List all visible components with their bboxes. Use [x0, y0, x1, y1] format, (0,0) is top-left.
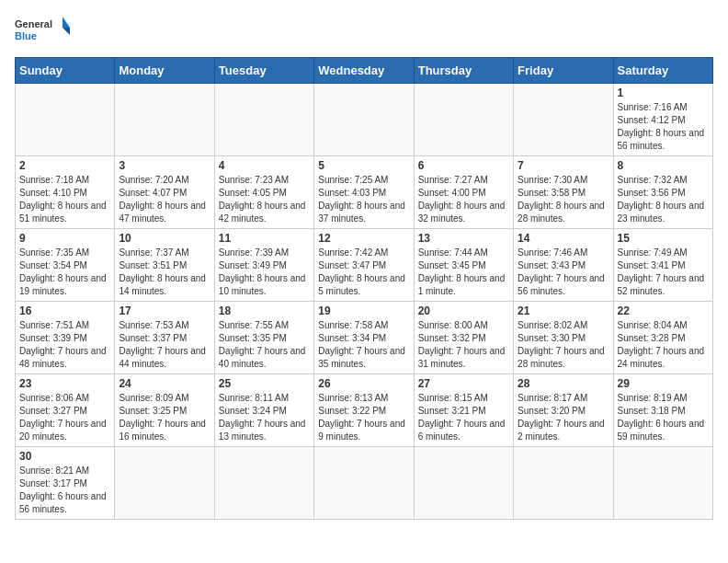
- day-info: Sunrise: 8:11 AM Sunset: 3:24 PM Dayligh…: [219, 392, 310, 443]
- svg-marker-2: [63, 17, 70, 28]
- calendar-cell: 21Sunrise: 8:02 AM Sunset: 3:30 PM Dayli…: [514, 302, 613, 374]
- day-info: Sunrise: 7:42 AM Sunset: 3:47 PM Dayligh…: [318, 247, 409, 298]
- day-info: Sunrise: 7:49 AM Sunset: 3:41 PM Dayligh…: [618, 247, 709, 298]
- day-info: Sunrise: 7:55 AM Sunset: 3:35 PM Dayligh…: [219, 319, 310, 371]
- calendar-cell: [414, 447, 513, 520]
- day-number: 3: [119, 159, 210, 172]
- weekday-header-row: SundayMondayTuesdayWednesdayThursdayFrid…: [16, 58, 713, 84]
- day-number: 1: [618, 86, 709, 99]
- day-number: 20: [418, 304, 509, 317]
- day-info: Sunrise: 7:32 AM Sunset: 3:56 PM Dayligh…: [618, 174, 709, 225]
- day-info: Sunrise: 8:00 AM Sunset: 3:32 PM Dayligh…: [418, 319, 509, 371]
- day-info: Sunrise: 7:51 AM Sunset: 3:39 PM Dayligh…: [19, 319, 110, 371]
- calendar-week-0: 1Sunrise: 7:16 AM Sunset: 4:12 PM Daylig…: [16, 84, 713, 156]
- day-info: Sunrise: 8:15 AM Sunset: 3:21 PM Dayligh…: [418, 392, 509, 443]
- logo-svg: General Blue: [15, 15, 70, 48]
- day-info: Sunrise: 7:27 AM Sunset: 4:00 PM Dayligh…: [418, 174, 509, 225]
- calendar-cell: [314, 84, 414, 156]
- day-number: 25: [219, 377, 310, 390]
- day-number: 16: [19, 304, 110, 317]
- day-info: Sunrise: 7:20 AM Sunset: 4:07 PM Dayligh…: [119, 174, 210, 225]
- day-number: 27: [418, 377, 509, 390]
- day-info: Sunrise: 8:02 AM Sunset: 3:30 PM Dayligh…: [518, 319, 609, 371]
- svg-text:General: General: [15, 18, 52, 29]
- day-number: 2: [19, 159, 110, 172]
- weekday-header-tuesday: Tuesday: [214, 58, 313, 84]
- calendar-cell: 10Sunrise: 7:37 AM Sunset: 3:51 PM Dayli…: [115, 229, 214, 302]
- day-info: Sunrise: 7:58 AM Sunset: 3:34 PM Dayligh…: [318, 319, 409, 371]
- calendar-cell: 13Sunrise: 7:44 AM Sunset: 3:45 PM Dayli…: [414, 229, 513, 302]
- calendar-cell: 20Sunrise: 8:00 AM Sunset: 3:32 PM Dayli…: [414, 302, 513, 374]
- day-number: 23: [19, 377, 110, 390]
- calendar-week-1: 2Sunrise: 7:18 AM Sunset: 4:10 PM Daylig…: [16, 156, 713, 229]
- calendar-cell: 3Sunrise: 7:20 AM Sunset: 4:07 PM Daylig…: [115, 156, 214, 229]
- calendar-cell: 8Sunrise: 7:32 AM Sunset: 3:56 PM Daylig…: [613, 156, 712, 229]
- calendar-cell: [214, 84, 313, 156]
- calendar-cell: 18Sunrise: 7:55 AM Sunset: 3:35 PM Dayli…: [214, 302, 313, 374]
- day-number: 14: [518, 232, 609, 245]
- day-number: 21: [518, 304, 609, 317]
- day-info: Sunrise: 7:44 AM Sunset: 3:45 PM Dayligh…: [418, 247, 509, 298]
- day-info: Sunrise: 8:09 AM Sunset: 3:25 PM Dayligh…: [119, 392, 210, 443]
- calendar-cell: 22Sunrise: 8:04 AM Sunset: 3:28 PM Dayli…: [613, 302, 712, 374]
- calendar-week-5: 30Sunrise: 8:21 AM Sunset: 3:17 PM Dayli…: [16, 447, 713, 520]
- day-number: 17: [119, 304, 210, 317]
- day-info: Sunrise: 8:19 AM Sunset: 3:18 PM Dayligh…: [618, 392, 709, 443]
- calendar-cell: 26Sunrise: 8:13 AM Sunset: 3:22 PM Dayli…: [314, 374, 414, 447]
- calendar-cell: 28Sunrise: 8:17 AM Sunset: 3:20 PM Dayli…: [514, 374, 613, 447]
- weekday-header-wednesday: Wednesday: [314, 58, 414, 84]
- weekday-header-sunday: Sunday: [16, 58, 115, 84]
- day-info: Sunrise: 7:30 AM Sunset: 3:58 PM Dayligh…: [518, 174, 609, 225]
- calendar-table: SundayMondayTuesdayWednesdayThursdayFrid…: [15, 57, 713, 520]
- calendar-cell: 23Sunrise: 8:06 AM Sunset: 3:27 PM Dayli…: [16, 374, 115, 447]
- day-info: Sunrise: 7:18 AM Sunset: 4:10 PM Dayligh…: [19, 174, 110, 225]
- day-info: Sunrise: 7:25 AM Sunset: 4:03 PM Dayligh…: [318, 174, 409, 225]
- calendar-cell: [16, 84, 115, 156]
- calendar-cell: [514, 84, 613, 156]
- calendar-cell: 27Sunrise: 8:15 AM Sunset: 3:21 PM Dayli…: [414, 374, 513, 447]
- calendar-cell: 14Sunrise: 7:46 AM Sunset: 3:43 PM Dayli…: [514, 229, 613, 302]
- day-info: Sunrise: 7:53 AM Sunset: 3:37 PM Dayligh…: [119, 319, 210, 371]
- calendar-cell: 17Sunrise: 7:53 AM Sunset: 3:37 PM Dayli…: [115, 302, 214, 374]
- day-info: Sunrise: 8:04 AM Sunset: 3:28 PM Dayligh…: [618, 319, 709, 371]
- day-number: 18: [219, 304, 310, 317]
- weekday-header-saturday: Saturday: [613, 58, 712, 84]
- day-info: Sunrise: 7:35 AM Sunset: 3:54 PM Dayligh…: [19, 247, 110, 298]
- day-number: 7: [518, 159, 609, 172]
- calendar-cell: 16Sunrise: 7:51 AM Sunset: 3:39 PM Dayli…: [16, 302, 115, 374]
- calendar-cell: [414, 84, 513, 156]
- day-number: 28: [518, 377, 609, 390]
- day-info: Sunrise: 8:13 AM Sunset: 3:22 PM Dayligh…: [318, 392, 409, 443]
- weekday-header-thursday: Thursday: [414, 58, 513, 84]
- calendar-cell: 11Sunrise: 7:39 AM Sunset: 3:49 PM Dayli…: [214, 229, 313, 302]
- calendar-cell: 29Sunrise: 8:19 AM Sunset: 3:18 PM Dayli…: [613, 374, 712, 447]
- calendar-cell: 7Sunrise: 7:30 AM Sunset: 3:58 PM Daylig…: [514, 156, 613, 229]
- calendar-cell: [314, 447, 414, 520]
- calendar-cell: [214, 447, 313, 520]
- day-info: Sunrise: 7:39 AM Sunset: 3:49 PM Dayligh…: [219, 247, 310, 298]
- day-number: 15: [618, 232, 709, 245]
- calendar-cell: 9Sunrise: 7:35 AM Sunset: 3:54 PM Daylig…: [16, 229, 115, 302]
- calendar-week-4: 23Sunrise: 8:06 AM Sunset: 3:27 PM Dayli…: [16, 374, 713, 447]
- calendar-cell: 4Sunrise: 7:23 AM Sunset: 4:05 PM Daylig…: [214, 156, 313, 229]
- calendar-cell: 25Sunrise: 8:11 AM Sunset: 3:24 PM Dayli…: [214, 374, 313, 447]
- calendar-week-3: 16Sunrise: 7:51 AM Sunset: 3:39 PM Dayli…: [16, 302, 713, 374]
- day-number: 11: [219, 232, 310, 245]
- weekday-header-monday: Monday: [115, 58, 214, 84]
- calendar-cell: [514, 447, 613, 520]
- day-number: 4: [219, 159, 310, 172]
- calendar-cell: 24Sunrise: 8:09 AM Sunset: 3:25 PM Dayli…: [115, 374, 214, 447]
- day-info: Sunrise: 7:23 AM Sunset: 4:05 PM Dayligh…: [219, 174, 310, 225]
- calendar-cell: 19Sunrise: 7:58 AM Sunset: 3:34 PM Dayli…: [314, 302, 414, 374]
- day-number: 30: [19, 450, 110, 463]
- svg-marker-3: [63, 28, 70, 35]
- day-number: 6: [418, 159, 509, 172]
- day-number: 10: [119, 232, 210, 245]
- day-info: Sunrise: 7:37 AM Sunset: 3:51 PM Dayligh…: [119, 247, 210, 298]
- day-number: 19: [318, 304, 409, 317]
- weekday-header-friday: Friday: [514, 58, 613, 84]
- day-number: 24: [119, 377, 210, 390]
- calendar-cell: [613, 447, 712, 520]
- day-info: Sunrise: 8:21 AM Sunset: 3:17 PM Dayligh…: [19, 465, 110, 516]
- day-info: Sunrise: 7:16 AM Sunset: 4:12 PM Dayligh…: [618, 101, 709, 153]
